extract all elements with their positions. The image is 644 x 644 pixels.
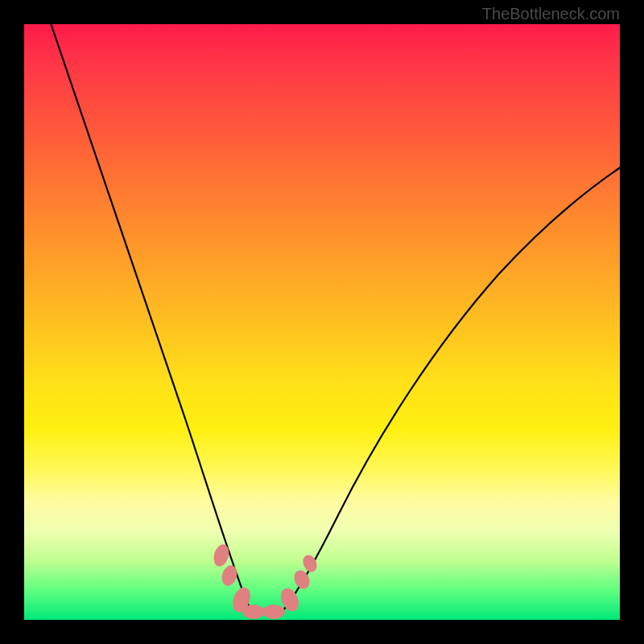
left-curve <box>48 16 256 616</box>
attribution-text: TheBottleneck.com <box>482 5 620 23</box>
marker-left-upper <box>211 543 231 568</box>
chart-svg <box>24 24 620 620</box>
marker-valley-right <box>262 605 285 619</box>
marker-valley-left <box>242 605 265 619</box>
plot-area <box>24 24 620 620</box>
marker-left-mid <box>220 564 239 588</box>
right-curve <box>279 165 624 616</box>
